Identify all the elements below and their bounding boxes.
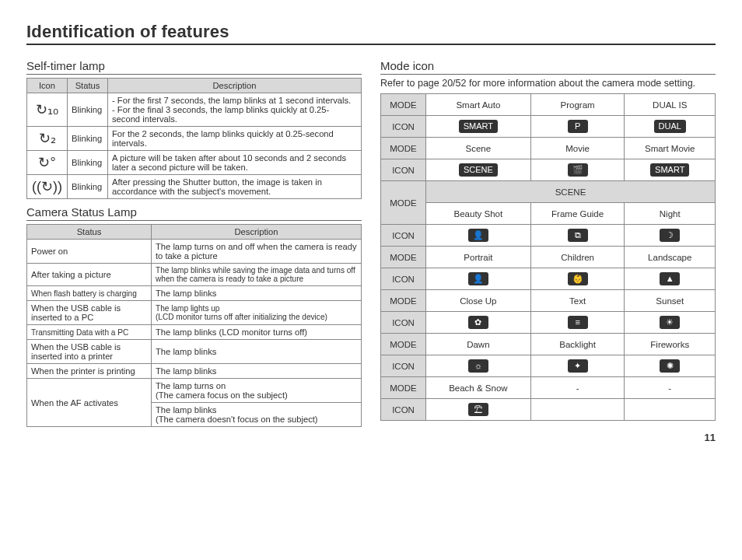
mode-name: Beach & Snow xyxy=(426,377,531,399)
mode-icon-cell: ▲ xyxy=(625,268,716,290)
timer-status: Blinking xyxy=(68,93,108,127)
row-label-mode: MODE xyxy=(381,377,426,399)
lamp-status: When the printer is printing xyxy=(27,364,152,379)
mode-name: Beauty Shot xyxy=(426,203,531,225)
mode-name: Landscape xyxy=(625,247,716,268)
timer-status: Blinking xyxy=(68,151,108,175)
row-label-icon: ICON xyxy=(381,225,426,247)
mode-icon-cell: SCENE xyxy=(426,159,531,181)
mode-icon-heading: Mode icon xyxy=(380,59,716,75)
mode-icon-cell: ⛱ xyxy=(426,399,531,421)
th-desc: Description xyxy=(152,225,362,240)
lamp-desc: The lamp turns on (The camera focus on t… xyxy=(152,379,362,403)
mode-name: Program xyxy=(530,94,625,116)
timer-desc: After pressing the Shutter button, the i… xyxy=(108,175,362,199)
mode-name: Dawn xyxy=(426,334,531,355)
lamp-desc: The lamp blinks (LCD monitor turns off) xyxy=(152,325,362,340)
text-icon: ≡ xyxy=(568,316,588,329)
mode-name: Children xyxy=(530,247,625,268)
mode-icon-cell: SMART xyxy=(625,159,716,181)
lamp-desc: The lamp blinks xyxy=(152,340,362,364)
lamp-status: When the USB cable is inserted to a PC xyxy=(27,301,152,325)
mode-icon-cell xyxy=(530,399,625,421)
right-column: Mode icon Refer to page 20/52 for more i… xyxy=(380,53,716,427)
table-row: When the AF activates The lamp turns on … xyxy=(27,379,362,403)
timer-status: Blinking xyxy=(68,127,108,151)
mode-name: Text xyxy=(530,290,625,312)
th-status: Status xyxy=(68,79,108,93)
mode-icon-cell: ☀ xyxy=(625,312,716,334)
mode-icon-cell xyxy=(625,399,716,421)
scene-section-header: SCENE xyxy=(426,181,716,203)
mode-name: Close Up xyxy=(426,290,531,312)
mode-name: Portrait xyxy=(426,247,531,268)
timer-icon: ↻° xyxy=(27,151,68,175)
page-title: Identification of features xyxy=(26,22,716,45)
mode-name: Smart Auto xyxy=(426,94,531,116)
lamp-desc: The lamp blinks while saving the image d… xyxy=(152,264,362,286)
mode-icon-cell: ✦ xyxy=(530,355,625,377)
mode-name: Backlight xyxy=(530,334,625,355)
table-row: When the USB cable is inserted to a PC T… xyxy=(27,301,362,325)
beach-snow-icon: ⛱ xyxy=(468,403,488,416)
lamp-status: When the AF activates xyxy=(27,379,152,427)
timer-icon: ↻₂ xyxy=(27,127,68,151)
status-lamp-table: Status Description Power on The lamp tur… xyxy=(26,224,362,427)
children-icon: 👶 xyxy=(568,272,588,285)
timer-desc: - For the first 7 seconds, the lamp blin… xyxy=(108,93,362,127)
mode-name: - xyxy=(530,377,625,399)
lamp-desc: The lamp blinks xyxy=(152,364,362,379)
lamp-desc: The lamp turns on and off when the camer… xyxy=(152,240,362,264)
th-icon: Icon xyxy=(27,79,68,93)
table-row: After taking a picture The lamp blinks w… xyxy=(27,264,362,286)
status-lamp-heading: Camera Status Lamp xyxy=(26,205,362,221)
mode-icon-note: Refer to page 20/52 for more information… xyxy=(380,78,716,89)
mode-icon-cell: 🎬 xyxy=(530,159,625,181)
table-row: When the printer is printing The lamp bl… xyxy=(27,364,362,379)
mode-name: DUAL IS xyxy=(625,94,716,116)
table-row: Power on The lamp turns on and off when … xyxy=(27,240,362,264)
frame-guide-icon: ⧉ xyxy=(568,229,588,242)
fireworks-icon: ✺ xyxy=(660,359,680,373)
row-label-mode: MODE xyxy=(381,94,426,116)
mode-name: Movie xyxy=(530,138,625,159)
row-label-mode: MODE xyxy=(381,290,426,312)
row-label-icon: ICON xyxy=(381,159,426,181)
mode-icon-cell: SMART xyxy=(426,116,531,138)
lamp-status: When the USB cable is inserted into a pr… xyxy=(27,340,152,364)
mode-icon-cell: ≡ xyxy=(530,312,625,334)
timer-desc: A picture will be taken after about 10 s… xyxy=(108,151,362,175)
row-label-mode: MODE xyxy=(381,138,426,159)
beauty-shot-icon: 👤 xyxy=(468,229,488,242)
smart-auto-icon: SMART xyxy=(459,120,498,133)
sunset-icon: ☀ xyxy=(660,316,680,329)
lamp-status: Transmitting Data with a PC xyxy=(27,325,152,340)
portrait-icon: 👤 xyxy=(468,272,488,285)
th-status: Status xyxy=(27,225,152,240)
lamp-status: When flash battery is charging xyxy=(27,286,152,301)
row-label-icon: ICON xyxy=(381,312,426,334)
mode-name: Smart Movie xyxy=(625,138,716,159)
row-label-mode: MODE xyxy=(381,334,426,355)
mode-icon-cell: ✺ xyxy=(625,355,716,377)
mode-icon-cell: 👤 xyxy=(426,268,531,290)
row-label-mode: MODE xyxy=(381,247,426,268)
backlight-icon: ✦ xyxy=(568,359,588,373)
timer-status: Blinking xyxy=(68,175,108,199)
left-column: Self-timer lamp Icon Status Description … xyxy=(26,53,362,427)
mode-name: Fireworks xyxy=(625,334,716,355)
mode-icon-cell: ☼ xyxy=(426,355,531,377)
row-label-mode: MODE xyxy=(381,181,426,225)
dual-is-icon: DUAL xyxy=(654,120,686,133)
timer-icon: ((↻)) xyxy=(27,175,68,199)
lamp-status: Power on xyxy=(27,240,152,264)
lamp-desc: The lamp blinks (The camera doesn't focu… xyxy=(152,403,362,427)
close-up-icon: ✿ xyxy=(468,316,488,329)
timer-desc: For the 2 seconds, the lamp blinks quick… xyxy=(108,127,362,151)
landscape-icon: ▲ xyxy=(660,272,680,285)
table-row: Transmitting Data with a PC The lamp bli… xyxy=(27,325,362,340)
mode-icon-cell: 👶 xyxy=(530,268,625,290)
mode-icon-table: MODE Smart Auto Program DUAL IS ICON SMA… xyxy=(380,93,716,421)
self-timer-table: Icon Status Description ↻₁₀ Blinking - F… xyxy=(26,78,362,199)
timer-icon: ↻₁₀ xyxy=(27,93,68,127)
